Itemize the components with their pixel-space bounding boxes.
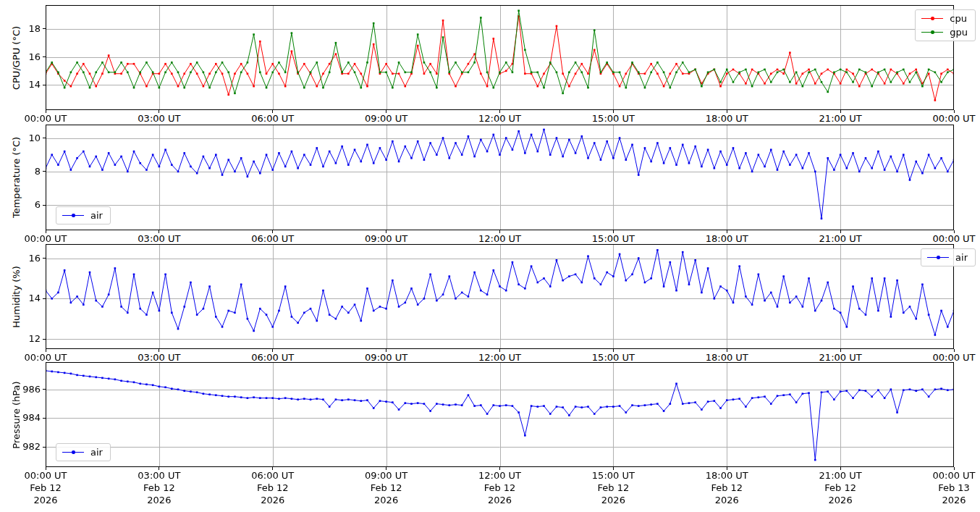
panel-cpu-gpu: CPU/GPU (°C) cpugpu 14161800:00 UT03:00 …	[0, 5, 980, 110]
x-tick-label: 21:00 UT	[806, 114, 874, 124]
y-tick-mark	[43, 258, 46, 259]
x-tick-date-label: Feb 12	[579, 483, 647, 493]
legend-marker-dot	[931, 17, 934, 20]
legend-marker-dot	[72, 450, 75, 454]
legend-label: air	[90, 447, 103, 458]
x-tick-year-label: 2026	[239, 495, 307, 505]
x-tick-label: 00:00 UT	[12, 353, 80, 363]
panel-temperature: Temperature (°C) air 681000:00 UT03:00 U…	[0, 125, 980, 230]
temperature-legend: air	[56, 206, 111, 224]
legend-line-marker-swatch	[921, 32, 943, 33]
x-tick-date-label: Feb 12	[466, 483, 534, 493]
x-tick-label: 09:00 UT	[352, 114, 421, 124]
x-tick-date-label: Feb 12	[693, 483, 761, 493]
cpu-gpu-legend: cpugpu	[915, 9, 976, 41]
legend-marker-dot	[937, 256, 940, 259]
x-tick-year-label: 2026	[693, 495, 761, 505]
x-tick-year-label: 2026	[466, 495, 534, 505]
legend-entry: cpu	[921, 13, 968, 24]
legend-entry: air	[62, 210, 103, 221]
legend-line-marker-swatch	[927, 257, 949, 258]
y-tick-label: 984	[4, 412, 41, 424]
legend-label: air	[955, 252, 968, 263]
x-tick-label: 06:00 UT	[239, 114, 307, 124]
y-tick-mark	[43, 447, 46, 448]
x-tick-label: 03:00 UT	[125, 234, 193, 244]
y-tick-label: 16	[4, 253, 41, 264]
x-tick-label: 00:00 UT	[12, 234, 80, 244]
x-tick-label: 18:00 UT	[693, 471, 761, 481]
y-tick-mark	[43, 339, 46, 340]
humidity-plot-canvas	[46, 244, 954, 349]
y-tick-label: 18	[4, 23, 41, 35]
x-tick-label: 21:00 UT	[806, 471, 874, 481]
x-tick-year-label: 2026	[920, 495, 980, 505]
x-tick-label: 03:00 UT	[125, 353, 193, 363]
y-tick-mark	[43, 28, 46, 29]
x-tick-label: 09:00 UT	[352, 353, 421, 363]
x-tick-label: 03:00 UT	[125, 114, 193, 124]
x-tick-year-label: 2026	[806, 495, 874, 505]
y-tick-mark	[43, 205, 46, 206]
x-tick-year-label: 2026	[12, 495, 80, 505]
x-tick-label: 06:00 UT	[239, 471, 307, 481]
legend-line-marker-swatch	[921, 18, 943, 19]
x-tick-date-label: Feb 12	[806, 483, 874, 493]
x-tick-date-label: Feb 13	[920, 483, 980, 493]
x-tick-year-label: 2026	[352, 495, 421, 505]
x-tick-label: 12:00 UT	[466, 353, 534, 363]
y-tick-label: 12	[4, 333, 41, 345]
panel-humidity: Humidity (%) air 12141600:00 UT03:00 UT0…	[0, 244, 980, 349]
x-tick-date-label: Feb 12	[12, 483, 80, 493]
x-tick-label: 18:00 UT	[693, 353, 761, 363]
x-tick-date-label: Feb 12	[125, 483, 193, 493]
y-tick-mark	[43, 418, 46, 419]
legend-line-marker-swatch	[62, 452, 84, 453]
x-tick-date-label: Feb 12	[239, 483, 307, 493]
legend-entry: gpu	[921, 27, 968, 38]
x-tick-label: 00:00 UT	[920, 353, 980, 363]
x-tick-label: 18:00 UT	[693, 114, 761, 124]
pressure-legend: air	[56, 443, 111, 461]
x-tick-label: 06:00 UT	[239, 353, 307, 363]
y-tick-mark	[43, 298, 46, 299]
y-tick-label: 14	[4, 293, 41, 304]
legend-line-marker-swatch	[62, 215, 84, 216]
legend-marker-dot	[931, 30, 934, 34]
x-tick-label: 00:00 UT	[12, 471, 80, 481]
legend-label: gpu	[950, 27, 968, 38]
y-tick-mark	[43, 171, 46, 172]
legend-entry: air	[927, 252, 968, 263]
x-tick-label: 00:00 UT	[920, 471, 980, 481]
x-tick-label: 12:00 UT	[466, 114, 534, 124]
temperature-plot-canvas	[46, 125, 954, 230]
y-tick-label: 14	[4, 79, 41, 91]
x-tick-year-label: 2026	[579, 495, 647, 505]
y-tick-label: 16	[4, 51, 41, 63]
y-tick-mark	[43, 56, 46, 57]
y-tick-mark	[43, 138, 46, 138]
x-tick-label: 09:00 UT	[352, 234, 421, 244]
figure: CPU/GPU (°C) cpugpu 14161800:00 UT03:00 …	[0, 0, 980, 512]
x-tick-label: 00:00 UT	[12, 114, 80, 124]
legend-marker-dot	[72, 214, 75, 217]
y-tick-label: 8	[4, 166, 41, 177]
y-tick-label: 982	[4, 441, 41, 453]
legend-label: cpu	[950, 13, 967, 24]
x-tick-label: 21:00 UT	[806, 353, 874, 363]
x-tick-label: 12:00 UT	[466, 234, 534, 244]
y-tick-mark	[43, 389, 46, 390]
x-tick-label: 15:00 UT	[579, 234, 647, 244]
x-tick-label: 15:00 UT	[579, 471, 647, 481]
x-tick-label: 00:00 UT	[920, 114, 980, 124]
x-tick-label: 21:00 UT	[806, 234, 874, 244]
pressure-plot-canvas	[46, 362, 954, 467]
x-tick-date-label: Feb 12	[352, 483, 421, 493]
x-tick-label: 15:00 UT	[579, 353, 647, 363]
legend-label: air	[90, 210, 103, 221]
y-tick-label: 986	[4, 384, 41, 395]
cpu-gpu-plot-canvas	[46, 5, 954, 110]
legend-entry: air	[62, 447, 103, 458]
x-tick-label: 06:00 UT	[239, 234, 307, 244]
x-tick-label: 18:00 UT	[693, 234, 761, 244]
